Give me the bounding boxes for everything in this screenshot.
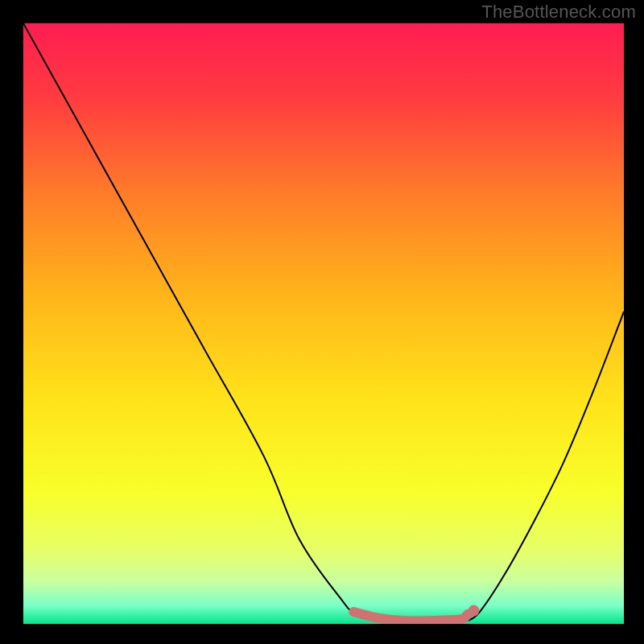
valley-dot — [469, 605, 480, 617]
chart-svg — [23, 23, 624, 624]
chart-frame: TheBottleneck.com — [0, 0, 644, 644]
plot-area — [23, 23, 624, 624]
gradient-background — [23, 23, 624, 624]
watermark-text: TheBottleneck.com — [481, 2, 636, 23]
